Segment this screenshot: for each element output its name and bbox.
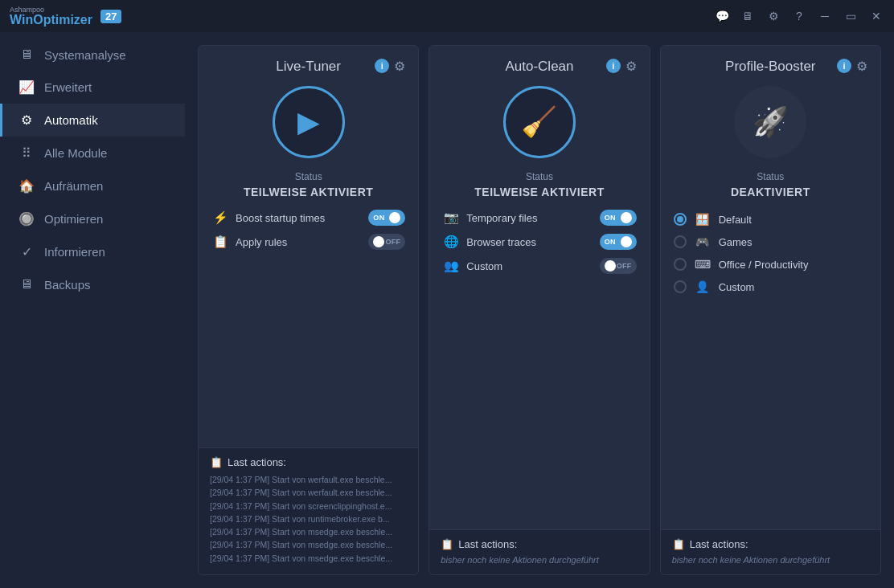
app-logo: Ashampoo WinOptimizer [10, 6, 92, 27]
profile-booster-bottom: 📋 Last actions: bisher noch keine Aktion… [661, 529, 880, 574]
auto-clean-empty: bisher noch keine Aktionen durchgeführt [441, 555, 638, 565]
profile-booster-card: Profile-Booster i ⚙ 🚀 Status DEAKTIVIERT [660, 45, 881, 575]
automatik-icon: ⚙ [18, 112, 35, 128]
sidebar-item-automatik[interactable]: ⚙ Automatik [0, 104, 185, 137]
sidebar-label-automatik: Automatik [44, 113, 98, 127]
optimieren-icon: 🔘 [18, 211, 35, 227]
profile-booster-gear-icon[interactable]: ⚙ [856, 59, 867, 74]
live-tuner-gear-icon[interactable]: ⚙ [394, 59, 405, 74]
main-layout: 🖥 Systemanalyse 📈 Erweitert ⚙ Automatik … [0, 32, 894, 588]
sidebar: 🖥 Systemanalyse 📈 Erweitert ⚙ Automatik … [0, 32, 185, 588]
log-entry-2: [29/04 1:37 PM] Start von werfault.exe b… [210, 486, 407, 499]
profile-booster-circle: 🚀 [734, 86, 806, 158]
window-controls: 💬 🖥 ⚙ ? ─ ▭ ✕ [711, 5, 888, 27]
browser-toggle[interactable]: ON [600, 234, 637, 250]
default-label: Default [719, 214, 752, 226]
live-tuner-toggle-rules: 📋 Apply rules OFF [211, 234, 405, 250]
help-icon-btn[interactable]: ? [788, 5, 810, 27]
auto-clean-toggles: 📷 Temporary files ON 🌐 Browser traces [442, 210, 636, 274]
radio-custom[interactable]: 👤 Custom [674, 280, 867, 293]
last-actions-label-pb: Last actions: [690, 538, 748, 550]
cards-row: Live-Tuner i ⚙ ▶ Status TEILWEISE AKTIVI… [198, 45, 881, 575]
sidebar-item-erweitert[interactable]: 📈 Erweitert [0, 71, 185, 104]
sidebar-item-backups[interactable]: 🖥 Backups [0, 268, 185, 300]
auto-clean-card: Auto-Clean i ⚙ 🧹 Status TEILWEISE AKTIVI… [429, 45, 650, 575]
radio-office[interactable]: ⌨ Office / Productivity [674, 258, 867, 271]
sidebar-item-optimieren[interactable]: 🔘 Optimieren [0, 202, 185, 235]
settings-icon-btn[interactable]: ⚙ [762, 5, 785, 27]
auto-clean-header-icons: i ⚙ [606, 59, 637, 74]
custom-radio-label: Custom [719, 281, 755, 293]
browser-traces-icon: 🌐 [442, 235, 460, 249]
minimize-button[interactable]: ─ [814, 5, 836, 27]
custom-radio-icon: 👤 [695, 280, 711, 293]
sidebar-item-informieren[interactable]: ✓ Informieren [0, 235, 185, 268]
live-tuner-log: [29/04 1:37 PM] Start von werfault.exe b… [210, 473, 407, 565]
close-button[interactable]: ✕ [865, 5, 888, 27]
games-label: Games [719, 236, 753, 248]
radio-games-circle [674, 235, 687, 248]
auto-clean-visual: 🧹 [503, 86, 576, 158]
sidebar-item-aufraeumen[interactable]: 🏠 Aufräumen [0, 169, 185, 202]
live-tuner-title: Live-Tuner [276, 59, 341, 75]
last-actions-label-ac: Last actions: [458, 538, 517, 550]
chat-icon-btn[interactable]: 💬 [711, 5, 733, 27]
auto-clean-toggle-browser: 🌐 Browser traces ON [442, 234, 636, 250]
live-tuner-toggle-boost: ⚡ Boost startup times ON [211, 210, 405, 226]
maximize-button[interactable]: ▭ [839, 5, 862, 27]
auto-clean-toggle-temp: 📷 Temporary files ON [442, 210, 636, 226]
monitor-icon-btn[interactable]: 🖥 [736, 5, 759, 27]
rules-toggle[interactable]: OFF [368, 234, 405, 250]
custom-toggle-text-ac: OFF [617, 262, 632, 270]
temp-toggle-knob [621, 212, 632, 223]
app-optimizer: Optimizer [33, 13, 92, 27]
temp-files-toggle[interactable]: ON [600, 210, 637, 226]
sidebar-item-alle-module[interactable]: ⠿ Alle Module [0, 137, 185, 169]
profile-booster-info-icon[interactable]: i [837, 59, 851, 73]
live-tuner-card: Live-Tuner i ⚙ ▶ Status TEILWEISE AKTIVI… [198, 45, 419, 575]
last-actions-label-lt: Last actions: [228, 456, 286, 468]
app-name-bottom: WinOptimizer [10, 14, 92, 27]
informieren-icon: ✓ [18, 244, 35, 259]
profile-booster-top: Profile-Booster i ⚙ 🚀 Status DEAKTIVIERT [661, 46, 880, 529]
sidebar-item-systemanalyse[interactable]: 🖥 Systemanalyse [0, 39, 185, 71]
live-tuner-header: Live-Tuner i ⚙ [211, 59, 405, 75]
profile-booster-status-label: Status [757, 171, 784, 182]
rules-toggle-text: OFF [385, 238, 400, 246]
app-win: Win [10, 13, 33, 27]
log-entry-4: [29/04 1:37 PM] Start von runtimebroker.… [210, 512, 407, 525]
auto-clean-status-label: Status [526, 171, 553, 182]
alle-module-icon: ⠿ [18, 145, 35, 161]
boost-toggle-text: ON [373, 214, 384, 222]
auto-clean-title: Auto-Clean [505, 59, 573, 75]
boost-toggle[interactable]: ON [368, 210, 405, 226]
profile-booster-last-actions-title: 📋 Last actions: [672, 538, 869, 550]
log-entry-6: [29/04 1:37 PM] Start von msedge.exe bes… [210, 538, 407, 551]
profile-booster-empty: bisher noch keine Aktionen durchgeführt [672, 555, 869, 565]
live-tuner-circle: ▶ [273, 86, 345, 158]
live-tuner-status-label: Status [295, 171, 322, 182]
custom-toggle-ac[interactable]: OFF [600, 258, 637, 274]
sidebar-label-backups: Backups [44, 278, 91, 292]
custom-label-ac: Custom [466, 260, 593, 272]
office-icon: ⌨ [695, 258, 711, 271]
profile-booster-visual: 🚀 [734, 86, 806, 158]
temp-files-label: Temporary files [466, 212, 593, 224]
custom-toggle-knob-ac [605, 260, 616, 272]
sidebar-label-optimieren: Optimieren [44, 212, 103, 226]
profile-booster-status-value: DEAKTIVIERT [731, 186, 810, 198]
aufraeumen-icon: 🏠 [18, 178, 35, 194]
radio-games[interactable]: 🎮 Games [674, 235, 867, 248]
auto-clean-info-icon[interactable]: i [606, 59, 621, 73]
radio-office-circle [674, 258, 687, 271]
radio-default[interactable]: 🪟 Default [674, 213, 867, 226]
rules-toggle-knob [373, 236, 384, 247]
office-label: Office / Productivity [719, 259, 809, 271]
live-tuner-status-value: TEILWEISE AKTIVIERT [244, 186, 373, 198]
log-entry-1: [29/04 1:37 PM] Start von werfault.exe b… [210, 473, 407, 486]
auto-clean-gear-icon[interactable]: ⚙ [625, 59, 637, 74]
boost-icon: ⚡ [211, 210, 229, 225]
profile-booster-title: Profile-Booster [725, 59, 815, 75]
live-tuner-info-icon[interactable]: i [375, 59, 389, 73]
app-branding: Ashampoo WinOptimizer 27 [10, 6, 121, 27]
